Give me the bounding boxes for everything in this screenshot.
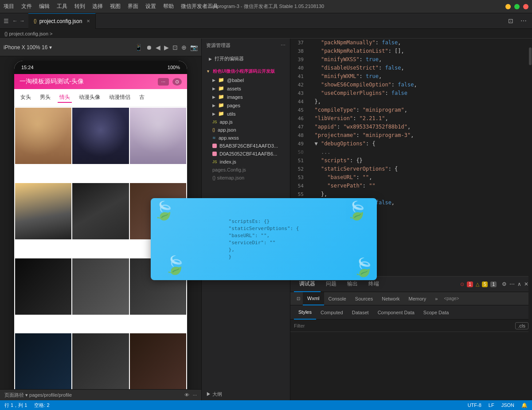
nav-item-anime-couple[interactable]: 动漫情侣	[107, 93, 132, 103]
more-actions-icon[interactable]: ⋯	[519, 16, 528, 25]
search-btn[interactable]: ⊙	[172, 78, 182, 86]
status-line-col[interactable]: 行 1，列 1	[4, 402, 27, 409]
status-notification-icon[interactable]: 🔔	[521, 402, 528, 408]
fe-item-babel[interactable]: ▶ 📁 @babel	[205, 76, 290, 84]
fe-root-section: ▼ 粉色UI微信小程序源码云开发版 ▶ 📁 @babel ▶ 📁 assets	[202, 65, 290, 184]
dt-tab-memory[interactable]: Memory	[404, 292, 431, 305]
menu-item-tools[interactable]: 工具	[57, 3, 67, 10]
scrollbar-thumb[interactable]	[529, 47, 532, 65]
photo-cell-2[interactable]	[72, 108, 129, 164]
fe-open-editors-header[interactable]: ▶ 打开的编辑器	[202, 54, 290, 63]
forward-nav-icon[interactable]: ▶	[164, 44, 169, 51]
photo-cell-1[interactable]	[15, 108, 71, 164]
status-language[interactable]: JSON	[501, 402, 514, 408]
dt-tab-wxml-label[interactable]: Wxml	[303, 292, 324, 305]
menu-item-file[interactable]: 文件	[21, 3, 32, 10]
close-panel-icon[interactable]: ✕	[524, 281, 528, 287]
status-line-ending[interactable]: LF	[489, 402, 494, 408]
more-options-icon[interactable]: ···	[193, 392, 197, 398]
fe-item-d0a2[interactable]: D0A25052CBF41AAFB6...	[205, 150, 290, 158]
fe-root-item[interactable]: ▼ 粉色UI微信小程序源码云开发版	[202, 67, 290, 76]
photo-cell-10[interactable]	[15, 333, 71, 389]
photo-cell-12[interactable]	[130, 333, 186, 389]
home-icon[interactable]: ⊡	[172, 44, 178, 51]
dt-tab-network[interactable]: Network	[377, 292, 404, 305]
menu-item-view[interactable]: 视图	[110, 3, 121, 10]
screenshot-icon[interactable]: 📷	[190, 44, 198, 51]
back-icon[interactable]: ←	[12, 18, 18, 24]
fe-expand-images: ▶	[212, 95, 215, 99]
fe-item-sitemap[interactable]: {} sitemap.json	[205, 174, 290, 182]
code-line-45: 45 "compileType": "miniprogram",	[290, 106, 532, 114]
photo-cell-11[interactable]	[72, 333, 129, 389]
dt-tab-console[interactable]: Console	[324, 292, 351, 305]
menu-item-help[interactable]: 帮助	[163, 3, 174, 10]
menu-item-select[interactable]: 选择	[92, 3, 103, 10]
fe-item-pagesconfig[interactable]: pages.Config.js	[205, 166, 290, 174]
tab-close-icon[interactable]: ✕	[86, 19, 90, 23]
nav-item-couple[interactable]: 情头	[58, 93, 72, 103]
collapse-panel-icon[interactable]: ∧	[517, 281, 521, 287]
nav-item-male[interactable]: 男头	[38, 93, 52, 103]
sidebar-toggle-icon[interactable]: ☰	[4, 18, 9, 24]
dt-tab-wxml[interactable]: ⊡	[294, 292, 303, 305]
menu-btn[interactable]: ···	[158, 78, 169, 86]
photo-cell-5[interactable]	[72, 183, 129, 239]
outline-label: ▶ 大纲	[206, 391, 222, 397]
folder-icon-babel: 📁	[218, 77, 224, 83]
styles-subtab-component-data[interactable]: Component Data	[373, 305, 419, 320]
more-panel-icon[interactable]: ⋯	[509, 281, 515, 287]
maximize-button[interactable]	[514, 4, 520, 9]
record-icon[interactable]: ⏺	[146, 44, 152, 51]
status-spaces[interactable]: 空格: 2	[34, 402, 49, 409]
fe-item-appjson[interactable]: {} app.json	[205, 126, 290, 134]
fe-item-images[interactable]: ▶ 📁 images	[205, 93, 290, 101]
menu-item-interface[interactable]: 界面	[128, 3, 138, 10]
fe-item-appjs[interactable]: JS app.js	[205, 118, 290, 126]
forward-icon[interactable]: →	[20, 18, 25, 24]
menu-item-edit[interactable]: 编辑	[39, 3, 50, 10]
fe-appjs-label: app.js	[220, 119, 233, 125]
fe-root-label: 粉色UI微信小程序源码云开发版	[213, 68, 275, 74]
nav-item-female[interactable]: 女头	[19, 93, 33, 103]
fe-item-b5ab[interactable]: B5AB3F26CBF41AAFD3...	[205, 142, 290, 150]
dt-tab-more[interactable]: »	[430, 292, 442, 305]
split-editor-icon[interactable]: ⊡	[506, 16, 515, 25]
photo-cell-3[interactable]	[130, 108, 186, 164]
photo-cell-7[interactable]	[15, 258, 71, 315]
fe-item-assets[interactable]: ▶ 📁 assets	[205, 84, 290, 93]
styles-subtab-computed[interactable]: Computed	[316, 305, 348, 320]
nav-item-ancient[interactable]: 古	[137, 93, 146, 103]
fe-item-appwxss[interactable]: ≋ app.wxss	[205, 134, 290, 142]
filter-cls-button[interactable]: .cls	[515, 322, 529, 329]
fe-menu-icon[interactable]: ⋯	[281, 43, 286, 48]
status-encoding[interactable]: UTF-8	[468, 402, 481, 408]
outline-section[interactable]: ▶ 大纲	[202, 388, 290, 400]
fe-item-indexjs[interactable]: JS index.js	[205, 158, 290, 166]
fe-item-pages[interactable]: ▶ 📁 pages	[205, 101, 290, 109]
styles-subtab-scope-data[interactable]: Scope Data	[419, 305, 453, 320]
nav-item-anime[interactable]: 动漫头像	[77, 93, 102, 103]
menu-item-goto[interactable]: 转到	[74, 3, 85, 10]
photo-cell-4[interactable]	[15, 183, 71, 239]
photo-cell-8[interactable]	[72, 258, 129, 315]
editor-tab-project-config[interactable]: {} project.config.json ✕	[28, 13, 96, 29]
device-selector[interactable]: iPhone X 100% 16 ▾	[4, 44, 52, 51]
menu-item-settings[interactable]: 设置	[145, 3, 156, 10]
tab-bar-actions: ⊡ ⋯	[506, 16, 528, 25]
rotate-icon[interactable]: ⊕	[181, 44, 187, 51]
filter-input[interactable]	[294, 323, 515, 328]
fe-item-utils[interactable]: ▶ 📁 utils	[205, 109, 290, 118]
close-button[interactable]	[523, 4, 528, 9]
menu-item-project[interactable]: 项目	[4, 3, 14, 10]
page-path[interactable]: 页面路径 ▾ pages/profile/profile	[4, 392, 72, 398]
settings-icon[interactable]: ⚙	[502, 281, 507, 287]
page-path-bar: 页面路径 ▾ pages/profile/profile 👁 ···	[0, 389, 201, 400]
phone-icon[interactable]: 📱	[135, 44, 142, 51]
eye-icon[interactable]: 👁	[184, 392, 189, 398]
styles-subtab-styles[interactable]: Styles	[294, 305, 316, 320]
back-nav-icon[interactable]: ◀	[156, 44, 160, 51]
styles-subtab-dataset[interactable]: Dataset	[348, 305, 373, 320]
dt-tab-sources[interactable]: Sources	[351, 292, 377, 305]
minimize-button[interactable]	[505, 4, 511, 9]
